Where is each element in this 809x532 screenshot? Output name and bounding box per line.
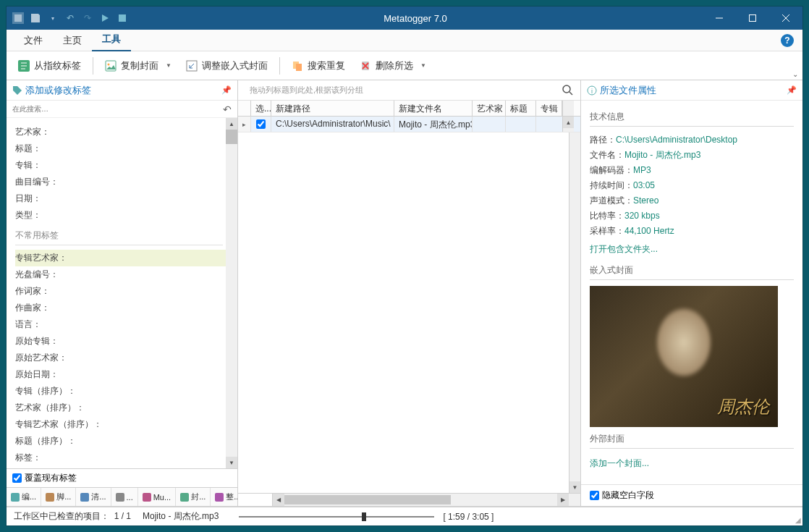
tag-item[interactable]: 曲目编号：: [15, 174, 237, 190]
row-checkbox[interactable]: [256, 119, 266, 129]
status-checked-label: 工作区中已检查的项目： 1 / 1: [14, 510, 131, 523]
left-tab[interactable]: 清...: [76, 488, 111, 506]
tag-search-input[interactable]: [12, 105, 232, 113]
resize-icon: [186, 60, 198, 72]
svg-rect-12: [80, 493, 89, 502]
tag-item[interactable]: 艺术家（排序）：: [15, 400, 237, 416]
playback-slider[interactable]: [239, 516, 434, 518]
prop-path: C:\Users\Administrator\Desktop: [616, 135, 737, 145]
tag-item[interactable]: 原始专辑：: [15, 333, 237, 350]
tag-item[interactable]: 专辑：: [15, 157, 237, 174]
center-hscrollbar[interactable]: ◀ ▶: [238, 493, 580, 506]
scroll-up-icon[interactable]: ▲: [226, 118, 237, 130]
help-icon[interactable]: ?: [781, 34, 794, 47]
add-cover-link[interactable]: 添加一个封面...: [590, 455, 794, 473]
left-scrollbar[interactable]: ▲ ▼: [226, 118, 237, 468]
prop-codec: MP3: [633, 165, 651, 175]
center-vscrollbar[interactable]: ▼: [569, 132, 580, 493]
ribbon-expand-icon[interactable]: ⌄: [792, 70, 798, 78]
search-icon[interactable]: [562, 84, 575, 97]
menu-home[interactable]: 主页: [53, 30, 92, 51]
minimize-button[interactable]: [703, 7, 736, 30]
app-window: ▾ ↶ ↷ Metatogger 7.0 文件 主页 工具 ? 从指纹标签 复制…: [6, 6, 803, 526]
delete-icon: [360, 60, 371, 72]
pin-icon[interactable]: 📌: [221, 85, 232, 95]
tag-item[interactable]: 作词家：: [15, 283, 237, 300]
tag-item[interactable]: 日期：: [15, 190, 237, 207]
left-tab[interactable]: 整...: [211, 488, 237, 506]
tag-item[interactable]: 专辑艺术家（排序）：: [15, 416, 237, 433]
hide-empty-checkbox[interactable]: [590, 491, 599, 500]
scroll-left-icon[interactable]: ◀: [273, 494, 284, 506]
svg-rect-15: [180, 493, 189, 502]
group-hint: 拖动列标题到此处,根据该列分组: [244, 85, 562, 96]
fingerprint-tags-button[interactable]: 从指纹标签: [12, 56, 87, 75]
prop-filename: Mojito - 周杰伦.mp3: [624, 150, 700, 160]
cell-filename[interactable]: Mojito - 周杰伦.mp3: [394, 117, 473, 132]
tag-item[interactable]: 类型：: [15, 207, 237, 224]
status-filename: Mojito - 周杰伦.mp3: [143, 510, 219, 523]
row-handle-icon[interactable]: ▸: [238, 117, 251, 132]
undo-icon[interactable]: ↶: [64, 12, 76, 24]
left-tab[interactable]: 封...: [176, 488, 211, 506]
left-tab[interactable]: Mu...: [138, 488, 176, 506]
tab-icon: [116, 493, 124, 502]
col-filename[interactable]: 新建文件名: [394, 101, 473, 116]
cover-image[interactable]: 周杰伦: [590, 286, 778, 427]
tech-info-title: 技术信息: [590, 111, 794, 127]
search-duplicates-button[interactable]: 搜索重复: [286, 56, 351, 75]
menu-tools[interactable]: 工具: [92, 28, 131, 52]
play-icon[interactable]: [99, 12, 111, 24]
tag-item[interactable]: 标题：: [15, 140, 237, 157]
tag-item[interactable]: 艺术家：: [15, 124, 237, 140]
open-folder-link[interactable]: 打开包含文件夹...: [590, 239, 794, 260]
info-icon: i: [587, 85, 597, 96]
col-album[interactable]: 专辑: [536, 101, 562, 116]
left-tab[interactable]: ...: [111, 488, 138, 506]
tag-item[interactable]: 原始日期：: [15, 366, 237, 383]
col-title[interactable]: 标题: [506, 101, 536, 116]
overwrite-tags-checkbox[interactable]: [12, 473, 22, 483]
svg-rect-13: [116, 493, 124, 502]
resize-grip-icon[interactable]: ◢: [795, 516, 801, 524]
scroll-down-icon[interactable]: ▼: [226, 457, 237, 468]
delete-selected-button[interactable]: 删除所选 ▼: [354, 56, 432, 75]
col-artist[interactable]: 艺术家: [473, 101, 506, 116]
pin-icon[interactable]: 📌: [787, 85, 797, 95]
tag-item[interactable]: 光盘编号：: [15, 266, 237, 283]
tag-item[interactable]: 标签：: [15, 449, 237, 466]
dropdown-icon[interactable]: ▾: [47, 12, 59, 24]
tag-item[interactable]: 专辑（排序）：: [15, 383, 237, 400]
embedded-cover-title: 嵌入式封面: [590, 264, 794, 280]
tag-item[interactable]: 注释：: [15, 466, 237, 468]
tag-item[interactable]: 语言：: [15, 316, 237, 333]
tag-item[interactable]: 标题（排序）：: [15, 433, 237, 449]
titlebar: ▾ ↶ ↷ Metatogger 7.0: [7, 7, 802, 30]
copy-cover-button[interactable]: 复制封面 ▼: [99, 56, 177, 75]
external-cover-title: 外部封面: [590, 433, 794, 449]
chevron-down-icon[interactable]: ▼: [166, 62, 171, 69]
col-path[interactable]: 新建路径: [271, 101, 394, 116]
undo-icon[interactable]: ↶: [223, 104, 232, 115]
scroll-right-icon[interactable]: ▶: [557, 494, 569, 506]
left-tab[interactable]: 脚...: [41, 488, 76, 506]
adjust-embedded-cover-button[interactable]: 调整嵌入式封面: [180, 56, 274, 75]
scroll-up-icon[interactable]: ▲: [563, 117, 574, 128]
cell-path[interactable]: C:\Users\Administrator\Music\: [271, 117, 394, 132]
table-row[interactable]: ▸ C:\Users\Administrator\Music\ Mojito -…: [238, 117, 580, 132]
tag-item[interactable]: 原始艺术家：: [15, 350, 237, 366]
stop-icon[interactable]: [117, 12, 128, 24]
tag-icon: [12, 85, 22, 96]
col-select[interactable]: 选...: [251, 101, 271, 116]
close-button[interactable]: [769, 7, 802, 30]
maximize-button[interactable]: [736, 7, 769, 30]
left-tab[interactable]: 编...: [7, 488, 41, 506]
tag-item[interactable]: 专辑艺术家：: [15, 250, 237, 266]
redo-icon[interactable]: ↷: [82, 12, 93, 24]
save-icon[interactable]: [30, 12, 41, 24]
cover-artist-text: 周杰伦: [717, 395, 769, 418]
svg-rect-2: [750, 15, 756, 22]
menu-file[interactable]: 文件: [14, 30, 53, 51]
tag-item[interactable]: 作曲家：: [15, 300, 237, 316]
chevron-down-icon[interactable]: ▼: [420, 62, 426, 69]
